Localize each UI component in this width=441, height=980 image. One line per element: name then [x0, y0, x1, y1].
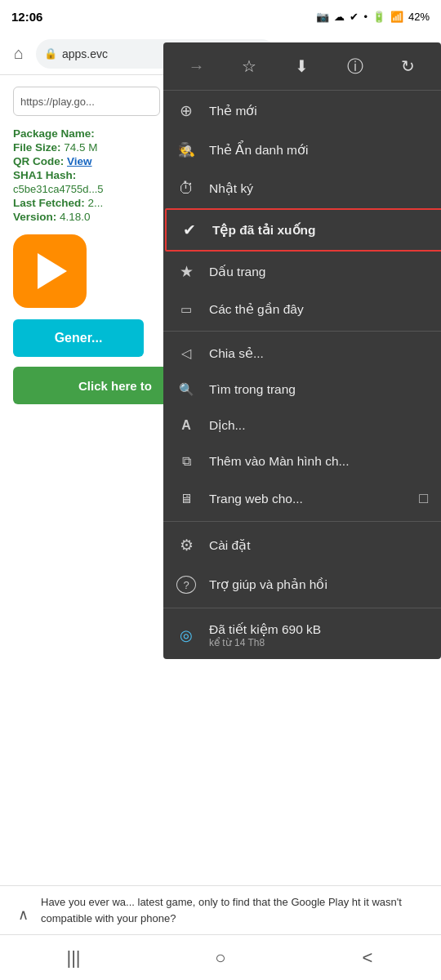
dropdown-menu[interactable]: → ☆ ⬇ ⓘ ↻ ⊕ Thẻ mới 🕵 Thẻ Ẩn danh mới ⏱ …: [163, 42, 441, 659]
desktop-site-label: Trang web cho...: [209, 492, 303, 506]
nav-back-button[interactable]: <: [343, 942, 392, 974]
savings-sublabel: kể từ 14 Th8: [209, 637, 321, 648]
battery-icon: 🔋: [372, 11, 385, 23]
help-label: Trợ giúp và phản hồi: [209, 577, 327, 592]
menu-info-icon[interactable]: ⓘ: [340, 51, 371, 82]
status-bar: 12:06 📷 ☁ ✔ • 🔋 📶 42%: [0, 0, 441, 33]
desktop-site-checkbox[interactable]: □: [419, 490, 428, 507]
nav-menu-button[interactable]: |||: [49, 942, 98, 974]
settings-label: Cài đặt: [209, 538, 251, 553]
home-button[interactable]: ⌂: [7, 42, 31, 66]
address-text: apps.evc: [62, 47, 108, 60]
app-icon: [13, 234, 87, 308]
menu-star-icon[interactable]: ☆: [234, 51, 265, 82]
recent-tabs-icon: ▭: [176, 302, 196, 317]
status-icons: 📷 ☁ ✔ • 🔋 📶 42%: [316, 11, 430, 23]
url-bar-page: https://play.go...: [13, 87, 160, 116]
menu-item-recent-tabs[interactable]: ▭ Các thẻ gần đây: [163, 292, 441, 327]
share-label: Chia sẻ...: [209, 346, 264, 361]
bottom-nav: ||| ○ <: [0, 934, 441, 980]
downloads-icon: ✔: [180, 220, 199, 239]
menu-item-history[interactable]: ⏱ Nhật ký: [163, 169, 441, 208]
menu-item-find[interactable]: 🔍 Tìm trong trang: [163, 372, 441, 408]
lock-icon: 🔒: [44, 47, 57, 60]
find-label: Tìm trong trang: [209, 382, 296, 397]
menu-forward-icon[interactable]: →: [180, 51, 212, 82]
menu-nav-row: → ☆ ⬇ ⓘ ↻: [163, 42, 441, 91]
find-icon: 🔍: [176, 382, 196, 397]
menu-item-savings[interactable]: ◎ Đã tiết kiệm 690 kB kể từ 14 Th8: [163, 612, 441, 659]
history-label: Nhật ký: [209, 181, 253, 196]
downloads-label: Tệp đã tải xuống: [212, 223, 315, 238]
translate-icon: A: [176, 418, 196, 433]
camera-icon: 📷: [316, 11, 329, 23]
desktop-site-icon: 🖥: [176, 492, 196, 506]
menu-divider-2: [163, 521, 441, 522]
check-icon: ✔: [350, 11, 359, 23]
menu-divider-3: [163, 608, 441, 608]
menu-divider-1: [163, 331, 441, 332]
status-time: 12:06: [11, 10, 42, 24]
share-icon: ◁: [176, 345, 196, 361]
bottom-blurb: Have you ever wa... latest game, only to…: [0, 885, 441, 934]
generate-button[interactable]: Gener...: [13, 319, 144, 357]
incognito-icon: 🕵: [176, 141, 196, 158]
scroll-up-button[interactable]: ∧: [8, 900, 38, 929]
menu-item-settings[interactable]: ⚙ Cài đặt: [163, 525, 441, 565]
cloud-icon: ☁: [334, 11, 345, 23]
savings-label: Đã tiết kiệm 690 kB: [209, 622, 321, 637]
help-icon: ?: [176, 576, 196, 594]
menu-item-desktop-site[interactable]: 🖥 Trang web cho... □: [163, 479, 441, 518]
savings-icon: ◎: [176, 626, 196, 644]
menu-item-add-homescreen[interactable]: ⧉ Thêm vào Màn hình ch...: [163, 443, 441, 479]
savings-text-stack: Đã tiết kiệm 690 kB kể từ 14 Th8: [209, 622, 321, 648]
nav-home-button[interactable]: ○: [196, 942, 245, 974]
menu-item-help[interactable]: ? Trợ giúp và phản hồi: [163, 565, 441, 604]
dot-icon: •: [363, 11, 368, 23]
add-homescreen-icon: ⧉: [176, 454, 196, 469]
bookmarks-icon: ★: [176, 262, 196, 281]
translate-label: Dịch...: [209, 418, 245, 433]
new-tab-label: Thẻ mới: [209, 104, 257, 118]
bookmarks-label: Dấu trang: [209, 265, 265, 279]
play-triangle-icon: [38, 253, 67, 289]
menu-reload-icon[interactable]: ↻: [393, 51, 424, 82]
battery-percent: 42%: [408, 11, 430, 23]
menu-item-incognito[interactable]: 🕵 Thẻ Ẩn danh mới: [163, 131, 441, 169]
incognito-label: Thẻ Ẩn danh mới: [209, 143, 308, 158]
menu-item-bookmarks[interactable]: ★ Dấu trang: [163, 252, 441, 292]
add-homescreen-label: Thêm vào Màn hình ch...: [209, 454, 349, 469]
menu-item-new-tab[interactable]: ⊕ Thẻ mới: [163, 91, 441, 131]
menu-item-downloads[interactable]: ✔ Tệp đã tải xuống: [165, 208, 441, 252]
new-tab-icon: ⊕: [176, 101, 196, 120]
menu-item-translate[interactable]: A Dịch...: [163, 408, 441, 443]
recent-tabs-label: Các thẻ gần đây: [209, 302, 304, 317]
menu-item-share[interactable]: ◁ Chia sẻ...: [163, 335, 441, 372]
wifi-icon: 📶: [390, 11, 403, 23]
menu-download-icon[interactable]: ⬇: [287, 51, 318, 82]
history-icon: ⏱: [176, 180, 196, 198]
settings-icon: ⚙: [176, 536, 196, 555]
